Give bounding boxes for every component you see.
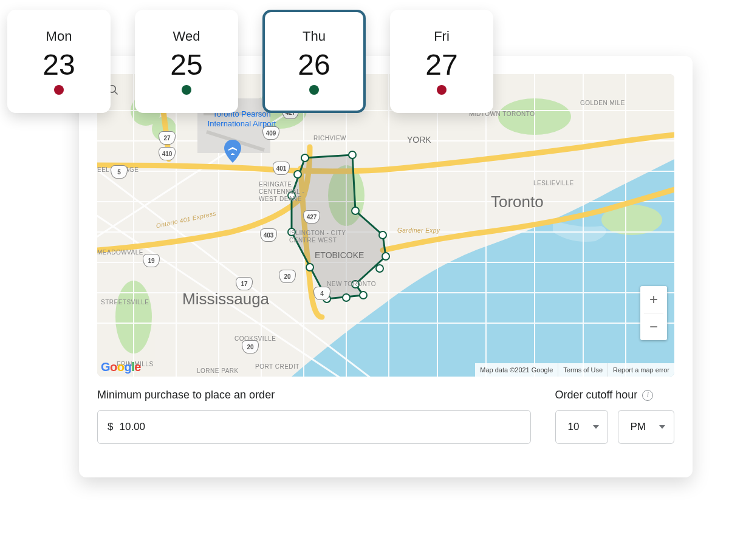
zoom-in-button[interactable]: + [640,286,667,313]
min-purchase-value: 10.00 [119,421,520,433]
date-card-wed[interactable]: Wed 25 [135,10,238,113]
status-dot-icon [54,85,64,95]
min-purchase-col: Minimum purchase to place an order $ 10.… [97,389,531,444]
chevron-down-icon [659,425,665,429]
svg-point-40 [376,265,383,272]
min-purchase-label: Minimum purchase to place an order [97,389,531,401]
map[interactable]: Toronto Mississauga ETOBICOKE YORK RICHV… [97,74,674,377]
svg-point-36 [349,151,356,159]
date-day-label: Mon [46,29,72,44]
map-terms-link[interactable]: Terms of Use [558,363,608,377]
status-dot-icon [309,85,319,95]
zoom-controls: + − [640,286,667,340]
date-number: 25 [170,48,202,81]
svg-point-46 [288,228,295,236]
cutoff-col: Order cutoff hour i 10 PM [555,389,674,444]
svg-point-42 [360,292,367,299]
cutoff-label: Order cutoff hour i [555,389,674,401]
svg-point-44 [323,295,330,302]
info-icon[interactable]: i [642,390,653,401]
map-footer: Map data ©2021 Google Terms of Use Repor… [97,363,674,377]
min-purchase-input[interactable]: $ 10.00 [97,410,531,444]
form-row: Minimum purchase to place an order $ 10.… [97,389,674,444]
svg-point-37 [352,207,359,214]
settings-card: Toronto Mississauga ETOBICOKE YORK RICHV… [79,56,693,477]
date-card-row: Mon 23 Wed 25 Thu 26 Fri 27 [7,10,493,113]
map-canvas [97,74,674,377]
date-card-mon[interactable]: Mon 23 [7,10,111,113]
cutoff-hour-select[interactable]: 10 [555,410,608,444]
date-day-label: Fri [434,29,450,44]
cutoff-ampm-value: PM [631,421,646,433]
map-report-link[interactable]: Report a map error [608,363,674,377]
date-number: 27 [425,48,457,81]
cutoff-selects: 10 PM [555,410,674,444]
currency-prefix: $ [108,421,113,433]
date-day-label: Thu [303,29,326,44]
map-attribution: Map data ©2021 Google [475,363,558,377]
cutoff-label-text: Order cutoff hour [555,389,638,401]
svg-point-48 [294,171,301,178]
zoom-out-button[interactable]: − [640,313,667,340]
svg-point-39 [382,253,389,260]
date-number: 23 [43,48,75,81]
date-number: 26 [298,48,330,81]
status-dot-icon [437,85,447,95]
date-day-label: Wed [173,29,200,44]
cutoff-ampm-select[interactable]: PM [618,410,675,444]
svg-point-41 [352,281,359,288]
date-card-fri[interactable]: Fri 27 [390,10,493,113]
svg-point-45 [306,264,313,271]
status-dot-icon [182,85,191,95]
cutoff-hour-value: 10 [568,421,580,433]
chevron-down-icon [593,425,599,429]
svg-point-38 [379,231,386,239]
svg-point-43 [343,294,350,301]
svg-point-47 [288,192,295,199]
date-card-thu[interactable]: Thu 26 [262,10,366,113]
svg-point-35 [301,154,309,162]
